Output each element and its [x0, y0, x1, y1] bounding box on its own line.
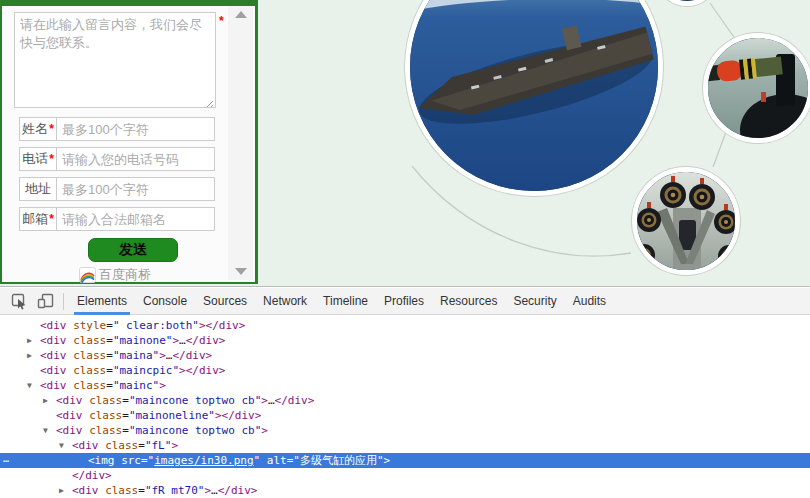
- dom-node-row[interactable]: <div class="mainoneline"></div>: [0, 408, 810, 423]
- syntax-token: class: [89, 409, 122, 422]
- collapse-arrow-icon[interactable]: ▼: [27, 378, 32, 393]
- webpage-viewport: * 姓名*电话*地址邮箱* 发送 百度商桥: [0, 0, 810, 287]
- syntax-token: ": [377, 454, 384, 467]
- syntax-token: "maincone toptwo cb": [129, 394, 261, 407]
- dom-node-row[interactable]: ▼<div class="fL">: [0, 438, 810, 453]
- toggle-device-toolbar-icon[interactable]: [32, 290, 58, 312]
- submarine-art: [708, 38, 808, 138]
- syntax-token: "maincpic": [113, 364, 179, 377]
- syntax-token: "fL": [145, 439, 172, 452]
- scroll-down-arrow-icon[interactable]: [235, 268, 247, 275]
- collapse-arrow-icon[interactable]: ▼: [59, 438, 64, 453]
- field-input-0[interactable]: [57, 117, 215, 141]
- form-field-row: 电话*: [19, 147, 215, 171]
- syntax-token: "maina": [113, 349, 159, 362]
- syntax-token: …: [268, 394, 275, 407]
- baidu-shangqiao-branding[interactable]: 百度商桥: [2, 265, 228, 285]
- devtools-tab-network[interactable]: Network: [255, 288, 315, 315]
- elements-tree: <div style=" clear:both"></div>▶<div cla…: [0, 315, 810, 497]
- devtools-tab-security[interactable]: Security: [505, 288, 564, 315]
- dom-node-row[interactable]: ▶<div class="mainone">…</div>: [0, 333, 810, 348]
- syntax-token: ></div>: [179, 364, 225, 377]
- syntax-token: "mainc": [113, 379, 159, 392]
- field-input-3[interactable]: [57, 207, 215, 231]
- syntax-token: =: [138, 484, 145, 497]
- dom-node-source: <div style=" clear:both"></div>: [0, 318, 245, 333]
- syntax-token: "fR mt70": [145, 484, 205, 497]
- dom-node-row[interactable]: ▶<div class="fR mt70">…</div>: [0, 483, 810, 497]
- dom-node-source: <div class="maincone toptwo cb">: [0, 423, 268, 438]
- form-field-row: 姓名*: [19, 117, 215, 141]
- devtools-tab-timeline[interactable]: Timeline: [315, 288, 376, 315]
- devtools-tab-audits[interactable]: Audits: [565, 288, 614, 315]
- devtools-tab-console[interactable]: Console: [135, 288, 195, 315]
- scroll-up-arrow-icon[interactable]: [235, 11, 247, 18]
- branding-label: 百度商桥: [99, 266, 151, 284]
- torpedo-launch-tubes-photo[interactable]: [632, 167, 740, 275]
- expand-arrow-icon[interactable]: ▶: [59, 483, 64, 497]
- syntax-token: </div>: [218, 484, 258, 497]
- submarine-with-torpedo-photo[interactable]: [703, 33, 810, 143]
- form-field-row: 地址: [19, 177, 215, 201]
- syntax-token: =: [122, 394, 129, 407]
- send-button[interactable]: 发送: [88, 238, 178, 262]
- field-label: 姓名*: [19, 117, 57, 141]
- syntax-token: class: [105, 484, 138, 497]
- dom-node-source: <div class="fR mt70">…</div>: [0, 483, 257, 497]
- syntax-token: class: [89, 424, 122, 437]
- syntax-token: ></div>: [199, 319, 245, 332]
- dom-node-row[interactable]: </div>: [0, 468, 810, 483]
- syntax-token: <div: [40, 364, 73, 377]
- syntax-token: "maincone toptwo cb": [129, 424, 261, 437]
- syntax-token: </div>: [186, 334, 226, 347]
- resource-link[interactable]: images/in30.png: [154, 454, 253, 467]
- syntax-token: </div>: [275, 394, 315, 407]
- dom-node-row[interactable]: ▶<div class="maina">…</div>: [0, 348, 810, 363]
- dom-node-row[interactable]: ▶<div class="maincone toptwo cb">…</div>: [0, 393, 810, 408]
- field-input-2[interactable]: [57, 177, 215, 201]
- dom-node-row[interactable]: <div class="maincpic"></div>: [0, 363, 810, 378]
- field-input-1[interactable]: [57, 147, 215, 171]
- field-label: 邮箱*: [19, 207, 57, 231]
- devtools-toolbar: ElementsConsoleSourcesNetworkTimelinePro…: [0, 288, 810, 315]
- syntax-token: =: [122, 424, 129, 437]
- syntax-token: </div>: [172, 349, 212, 362]
- dom-node-row[interactable]: ▼<div class="maincone toptwo cb">: [0, 423, 810, 438]
- devtools-tab-sources[interactable]: Sources: [195, 288, 255, 315]
- dom-node-source: <div class="maincpic"></div>: [0, 363, 225, 378]
- syntax-token: =: [138, 439, 145, 452]
- devtools-tab-profiles[interactable]: Profiles: [376, 288, 432, 315]
- dom-node-source: <div class="fL">: [0, 438, 178, 453]
- message-textarea[interactable]: [14, 12, 216, 108]
- syntax-token: "mainoneline": [129, 409, 215, 422]
- syntax-token: <div: [56, 424, 89, 437]
- dom-node-row-selected[interactable]: …<img src="images/in30.png" alt="多级气缸的应用…: [0, 453, 810, 468]
- syntax-token: >: [159, 349, 166, 362]
- syntax-token: =: [106, 379, 113, 392]
- syntax-token: class: [73, 334, 106, 347]
- syntax-token: =: [122, 409, 129, 422]
- syntax-token: >: [384, 454, 391, 467]
- syntax-token: >: [261, 424, 268, 437]
- required-asterisk: *: [49, 212, 54, 226]
- expand-arrow-icon[interactable]: ▶: [27, 348, 32, 363]
- inspect-element-icon[interactable]: [6, 290, 32, 312]
- syntax-token: ": [254, 454, 267, 467]
- dom-node-row[interactable]: <div style=" clear:both"></div>: [0, 318, 810, 333]
- expand-arrow-icon[interactable]: ▶: [43, 393, 48, 408]
- form-field-row: 邮箱*: [19, 207, 215, 231]
- dom-node-row[interactable]: ▼<div class="mainc">: [0, 378, 810, 393]
- node-overflow-menu-icon[interactable]: …: [3, 451, 10, 466]
- syntax-token: </div>: [72, 469, 112, 482]
- syntax-token: >: [171, 439, 178, 452]
- devtools-tab-elements[interactable]: Elements: [69, 288, 135, 315]
- syntax-token: =": [287, 454, 300, 467]
- devtools-tab-resources[interactable]: Resources: [432, 288, 505, 315]
- syntax-token: <div: [72, 484, 105, 497]
- syntax-token: >: [159, 379, 166, 392]
- aircraft-carrier-art: [410, 0, 658, 191]
- expand-arrow-icon[interactable]: ▶: [27, 333, 32, 348]
- syntax-token: ></div>: [215, 409, 261, 422]
- syntax-token: "mainone": [113, 334, 173, 347]
- collapse-arrow-icon[interactable]: ▼: [43, 423, 48, 438]
